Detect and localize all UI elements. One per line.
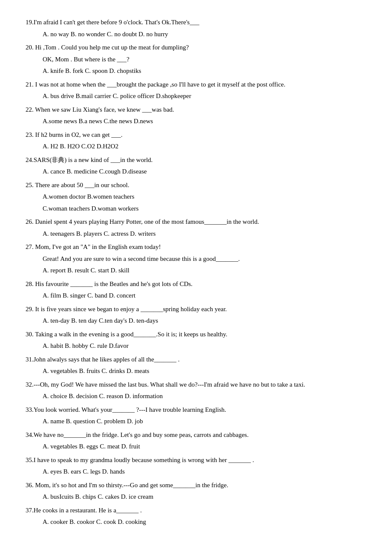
question-text-37: 37.He cooks in a restaurant. He is a____… bbox=[26, 505, 366, 516]
question-options-27-0: A. report B. result C. start D. skill bbox=[43, 265, 366, 276]
question-text-28: 28. His favourite _______ is the Beatles… bbox=[26, 279, 366, 290]
question-block-22: 22. When we saw Liu Xiang's face, we kne… bbox=[26, 104, 366, 127]
question-block-20: 20. Hi ,Tom . Could you help me cut up t… bbox=[26, 42, 366, 77]
question-options-31-0: A. vegetables B. fruits C. drinks D. mea… bbox=[43, 366, 366, 377]
question-text-20: 20. Hi ,Tom . Could you help me cut up t… bbox=[26, 42, 366, 53]
question-options-32-0: A. choice B. decision C. reason D. infor… bbox=[43, 391, 366, 402]
question-text-25: 25. There are about 50 ___in our school. bbox=[26, 180, 366, 191]
question-options-22-0: A.some news B.a news C.the news D.news bbox=[43, 116, 366, 127]
question-options-25-0: A.women doctor B.women teachers bbox=[43, 191, 366, 202]
question-block-29: 29. It is five years since we began to e… bbox=[26, 304, 366, 327]
question-text-26: 26. Daniel spent 4 years playing Harry P… bbox=[26, 217, 366, 228]
question-options-23-0: A. H2 B. H2O C.O2 D.H2O2 bbox=[43, 141, 366, 152]
question-subtext-20: OK, Mom . But where is the ___? bbox=[43, 54, 366, 65]
question-options-36-0: A. busIcuits B. chips C. cakes D. ice cr… bbox=[43, 491, 366, 503]
question-block-37: 37.He cooks in a restaurant. He is a____… bbox=[26, 505, 366, 528]
question-text-21: 21. I was not at home when the ___brough… bbox=[26, 79, 366, 90]
question-block-24: 24.SARS(非典) is a new kind of ___in the w… bbox=[26, 155, 366, 177]
question-options-28-0: A. film B. singer C. band D. concert bbox=[43, 290, 366, 301]
question-options-25-1: C.woman teachers D.woman workers bbox=[43, 203, 366, 214]
question-options-34-0: A. vegetables B. eggs C. meat D. fruit bbox=[43, 441, 366, 452]
question-text-27: 27. Mom, I've got an "A" in the English … bbox=[26, 242, 366, 253]
question-block-30: 30. Taking a walk in the evening is a go… bbox=[26, 329, 366, 352]
question-block-19: 19.I'm afraid I can't get there before 9… bbox=[26, 17, 366, 40]
question-text-31: 31.John alwalys says that he likes apple… bbox=[26, 354, 366, 365]
question-text-22: 22. When we saw Liu Xiang's face, we kne… bbox=[26, 104, 366, 116]
question-text-35: 35.I have to speak to my grandma loudly … bbox=[26, 455, 366, 466]
question-options-37-0: A. cooker B. cookor C. cook D. cooking bbox=[43, 517, 366, 528]
question-options-30-0: A. habit B. hobby C. rule D.favor bbox=[43, 341, 366, 352]
question-block-23: 23. If h2 burns in O2, we can get ___.A.… bbox=[26, 130, 366, 152]
question-options-26-0: A. teenagers B. players C. actress D. wr… bbox=[43, 228, 366, 240]
question-options-21-0: A. bus drive B.mail carrier C. police of… bbox=[43, 91, 366, 102]
question-block-32: 32.---Oh, my God! We have missed the las… bbox=[26, 379, 366, 402]
question-options-29-0: A. ten-day B. ten day C.ten day's D. ten… bbox=[43, 315, 366, 327]
question-text-34: 34.We have no_______in the fridge. Let's… bbox=[26, 430, 366, 441]
question-options-35-0: A. eyes B. ears C. legs D. hands bbox=[43, 466, 366, 477]
question-options-19-0: A. no way B. no wonder C. no doubt D. no… bbox=[43, 29, 366, 40]
question-block-33: 33.You look worried. What's your_______ … bbox=[26, 405, 366, 427]
question-text-36: 36. Mom, it's so hot and I'm so thirsty.… bbox=[26, 480, 366, 491]
question-options-33-0: A. name B. question C. problem D. job bbox=[43, 416, 366, 427]
question-block-35: 35.I have to speak to my grandma loudly … bbox=[26, 455, 366, 477]
question-block-28: 28. His favourite _______ is the Beatles… bbox=[26, 279, 366, 301]
question-text-30: 30. Taking a walk in the evening is a go… bbox=[26, 329, 366, 340]
question-block-27: 27. Mom, I've got an "A" in the English … bbox=[26, 242, 366, 276]
question-text-23: 23. If h2 burns in O2, we can get ___. bbox=[26, 130, 366, 141]
question-options-20-0: A. knife B. fork C. spoon D. chopstiks bbox=[43, 66, 366, 77]
question-text-32: 32.---Oh, my God! We have missed the las… bbox=[26, 379, 366, 390]
question-options-24-0: A. cance B. medicine C.cough D.disease bbox=[43, 166, 366, 177]
question-block-36: 36. Mom, it's so hot and I'm so thirsty.… bbox=[26, 480, 366, 503]
question-text-24: 24.SARS(非典) is a new kind of ___in the w… bbox=[26, 155, 366, 166]
exam-content: 19.I'm afraid I can't get there before 9… bbox=[26, 17, 366, 528]
question-block-21: 21. I was not at home when the ___brough… bbox=[26, 79, 366, 102]
question-subtext-27: Great! And you are sure to win a second … bbox=[43, 254, 366, 265]
question-block-25: 25. There are about 50 ___in our school.… bbox=[26, 180, 366, 214]
question-text-19: 19.I'm afraid I can't get there before 9… bbox=[26, 17, 366, 28]
question-block-26: 26. Daniel spent 4 years playing Harry P… bbox=[26, 217, 366, 239]
question-block-34: 34.We have no_______in the fridge. Let's… bbox=[26, 430, 366, 452]
question-text-29: 29. It is five years since we began to e… bbox=[26, 304, 366, 315]
question-block-31: 31.John alwalys says that he likes apple… bbox=[26, 354, 366, 377]
question-text-33: 33.You look worried. What's your_______ … bbox=[26, 405, 366, 416]
